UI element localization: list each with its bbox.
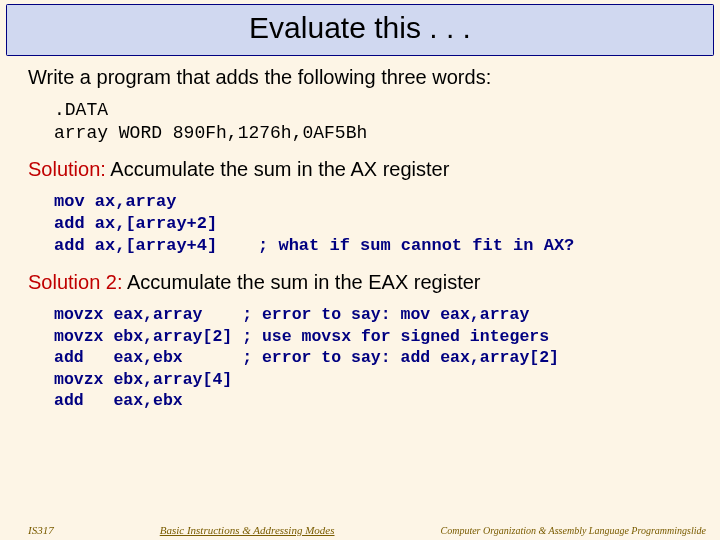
footer-left: IS317: [28, 524, 54, 536]
slide-content: Write a program that adds the following …: [0, 64, 720, 524]
slide-footer: IS317 Basic Instructions & Addressing Mo…: [0, 524, 720, 540]
solution-2-heading: Solution 2: Accumulate the sum in the EA…: [28, 271, 692, 294]
code-data-section: .DATA array WORD 890Fh,1276h,0AF5Bh: [54, 99, 692, 144]
solution-2-label: Solution 2:: [28, 271, 123, 293]
slide-root: Evaluate this . . . Write a program that…: [0, 0, 720, 540]
code-solution-1: mov ax,array add ax,[array+2] add ax,[ar…: [54, 191, 692, 257]
code-solution-2: movzx eax,array ; error to say: mov eax,…: [54, 304, 692, 411]
solution-1-label: Solution:: [28, 158, 106, 180]
solution-2-text: Accumulate the sum in the EAX register: [123, 271, 481, 293]
footer-mid: Basic Instructions & Addressing Modes: [160, 524, 335, 536]
footer-right: Computer Organization & Assembly Languag…: [441, 525, 706, 536]
solution-1-heading: Solution: Accumulate the sum in the AX r…: [28, 158, 692, 181]
solution-1-text: Accumulate the sum in the AX register: [106, 158, 450, 180]
title-bar: Evaluate this . . .: [6, 4, 714, 56]
prompt-text: Write a program that adds the following …: [28, 66, 692, 89]
slide-title: Evaluate this . . .: [7, 5, 713, 55]
